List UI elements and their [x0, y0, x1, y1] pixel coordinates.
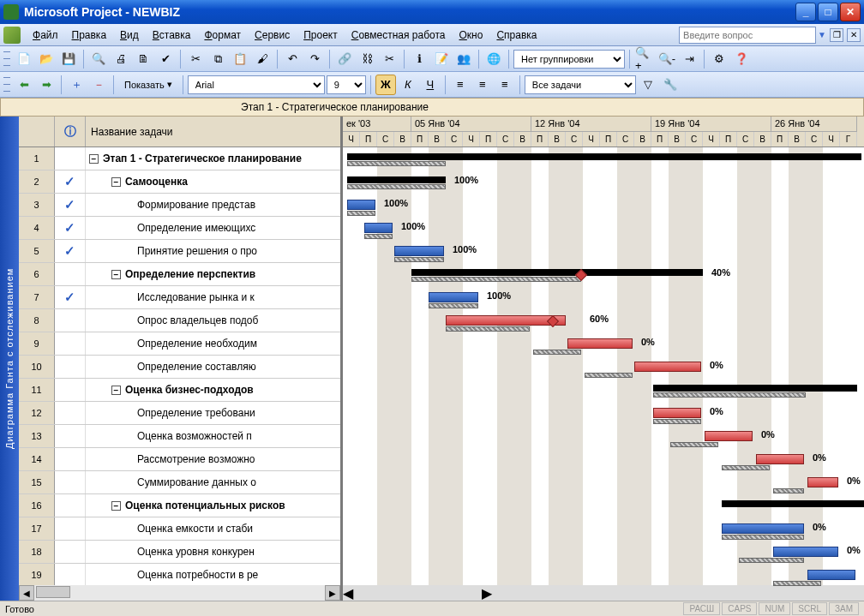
task-name-cell[interactable]: Определение необходим: [86, 332, 340, 355]
add-icon[interactable]: ＋: [66, 75, 87, 95]
menu-совместная работа[interactable]: Совместная работа: [345, 27, 453, 44]
spell-icon[interactable]: ✔: [155, 49, 176, 69]
task-row[interactable]: 7✓Исследование рынка и к: [19, 286, 340, 309]
summary-bar[interactable]: [347, 153, 861, 160]
gantt-h-scrollbar[interactable]: ◀ ▶: [343, 585, 864, 601]
show-button[interactable]: Показать ▾: [118, 75, 178, 95]
task-bar[interactable]: [394, 246, 444, 256]
assign-icon[interactable]: 👥: [453, 49, 474, 69]
collapse-icon[interactable]: −: [111, 386, 121, 395]
task-name-cell[interactable]: Определение составляю: [86, 356, 340, 378]
info-icon[interactable]: ℹ: [409, 49, 429, 69]
task-row[interactable]: 15Суммирование данных о: [19, 471, 340, 494]
task-bar[interactable]: [429, 292, 478, 302]
summary-bar[interactable]: [347, 176, 446, 183]
task-row[interactable]: 4✓Определение имеющихс: [19, 217, 340, 240]
row-number[interactable]: 3: [19, 194, 55, 216]
task-name-cell[interactable]: Опрос владельцев подоб: [86, 309, 340, 332]
task-name-cell[interactable]: Рассмотрение возможно: [86, 448, 340, 470]
task-name-cell[interactable]: −Оценка потенциальных рисков: [86, 494, 340, 517]
task-name-cell[interactable]: Оценка возможностей п: [86, 425, 340, 447]
menu-вставка[interactable]: Вставка: [146, 27, 198, 44]
mdi-restore-button[interactable]: ❐: [830, 28, 843, 42]
row-number[interactable]: 8: [19, 309, 55, 332]
scroll-left-icon[interactable]: ◀: [19, 585, 34, 601]
task-bar[interactable]: [653, 408, 701, 418]
col-header-info[interactable]: ⓘ: [55, 117, 86, 147]
task-row[interactable]: 6−Определение перспектив: [19, 263, 340, 286]
autofilter-icon[interactable]: ▽: [638, 75, 658, 95]
row-number[interactable]: 6: [19, 263, 55, 285]
task-row[interactable]: 18Оценка уровня конкурен: [19, 541, 340, 564]
task-name-cell[interactable]: Принятие решения о про: [86, 240, 340, 262]
task-name-cell[interactable]: Оценка уровня конкурен: [86, 541, 340, 563]
nav-fwd-icon[interactable]: ➡: [36, 75, 57, 95]
fontsize-combo[interactable]: 9: [327, 75, 366, 94]
col-header-name[interactable]: Название задачи: [86, 117, 340, 147]
task-row[interactable]: 9Определение необходим: [19, 332, 340, 356]
collapse-icon[interactable]: −: [111, 270, 121, 279]
remove-icon[interactable]: －: [88, 75, 109, 95]
task-bar[interactable]: [807, 477, 838, 487]
split-icon[interactable]: ✂: [379, 49, 399, 69]
underline-icon[interactable]: Ч: [420, 75, 441, 95]
task-bar[interactable]: [567, 338, 633, 349]
task-row[interactable]: 3✓Формирование представ: [19, 194, 340, 217]
notes-icon[interactable]: 📝: [431, 49, 452, 69]
help-icon[interactable]: ❓: [731, 49, 752, 69]
row-number[interactable]: 16: [19, 494, 55, 517]
mdi-close-button[interactable]: ✕: [847, 28, 861, 42]
menu-файл[interactable]: Файл: [26, 27, 65, 44]
align-left-icon[interactable]: ≡: [450, 75, 471, 95]
preview-icon[interactable]: 🗎: [133, 49, 153, 69]
print-icon[interactable]: 🖨: [111, 49, 131, 69]
task-row[interactable]: 8Опрос владельцев подоб: [19, 309, 340, 332]
row-number[interactable]: 5: [19, 240, 55, 262]
help-search-input[interactable]: [679, 27, 816, 44]
menu-справка[interactable]: Справка: [489, 27, 543, 44]
task-name-cell[interactable]: Оценка емкости и стаби: [86, 517, 340, 540]
new-icon[interactable]: 📄: [14, 49, 34, 69]
task-row[interactable]: 14Рассмотрение возможно: [19, 448, 340, 471]
task-bar[interactable]: [705, 431, 753, 441]
minimize-button[interactable]: _: [795, 3, 816, 21]
scroll-right-icon[interactable]: ▶: [325, 585, 340, 601]
close-button[interactable]: ✕: [840, 3, 861, 21]
row-number[interactable]: 13: [19, 425, 55, 447]
row-number[interactable]: 2: [19, 170, 55, 193]
collapse-icon[interactable]: −: [111, 501, 121, 511]
row-number[interactable]: 4: [19, 217, 55, 239]
row-number[interactable]: 18: [19, 541, 55, 563]
paste-icon[interactable]: 📋: [230, 49, 250, 69]
zoom-in-icon[interactable]: 🔍+: [634, 49, 655, 69]
toolbar-grip[interactable]: [3, 50, 10, 69]
row-number[interactable]: 7: [19, 286, 55, 308]
task-name-cell[interactable]: −Определение перспектив: [86, 263, 340, 285]
link-icon[interactable]: 🔗: [334, 49, 355, 69]
row-number[interactable]: 15: [19, 471, 55, 493]
task-bar[interactable]: [773, 547, 838, 557]
bold-icon[interactable]: Ж: [375, 75, 396, 95]
task-row[interactable]: 12Определение требовани: [19, 402, 340, 425]
task-name-cell[interactable]: Формирование представ: [86, 194, 340, 216]
row-number[interactable]: 19: [19, 564, 55, 585]
task-bar[interactable]: [364, 223, 393, 233]
search-icon[interactable]: 🔍: [88, 49, 109, 69]
scroll-left-icon[interactable]: ◀: [343, 585, 353, 601]
row-number[interactable]: 10: [19, 356, 55, 378]
copy-icon[interactable]: ⧉: [207, 49, 228, 69]
task-name-cell[interactable]: Исследование рынка и к: [86, 286, 340, 308]
menu-сервис[interactable]: Сервис: [248, 27, 297, 44]
unlink-icon[interactable]: ⛓: [357, 49, 377, 69]
menu-проект[interactable]: Проект: [297, 27, 345, 44]
task-name-cell[interactable]: Определение имеющихс: [86, 217, 340, 239]
row-number[interactable]: 1: [19, 147, 55, 170]
summary-bar[interactable]: [722, 500, 864, 507]
tools-icon[interactable]: 🔧: [660, 75, 681, 95]
goto-task-icon[interactable]: ⇥: [679, 49, 699, 69]
row-number[interactable]: 14: [19, 448, 55, 470]
toolbar-grip[interactable]: [3, 75, 10, 94]
menu-вид[interactable]: Вид: [113, 27, 146, 44]
row-number[interactable]: 17: [19, 517, 55, 540]
collapse-icon[interactable]: −: [111, 177, 121, 187]
